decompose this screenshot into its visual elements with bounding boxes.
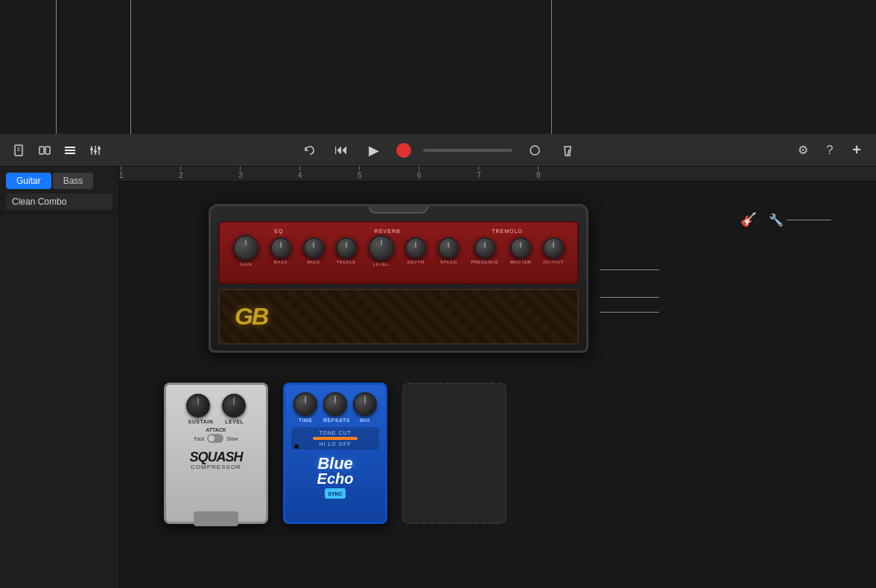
mids-label: MIDS (307, 260, 320, 264)
treble-knob[interactable] (336, 237, 357, 258)
preset-selector[interactable]: Clean Combo (6, 194, 112, 210)
tremolo-section-label: TREMOLO (492, 229, 523, 234)
svg-rect-13 (98, 147, 101, 150)
rewind-button[interactable]: ⏮ (331, 140, 352, 161)
amp-head[interactable]: EQ REVERB TREMOLO GAIN BASS (209, 204, 588, 353)
amp-head-area[interactable]: EQ REVERB TREMOLO GAIN BASS (209, 204, 596, 353)
svg-rect-11 (90, 148, 93, 150)
mix-knob[interactable] (353, 392, 377, 416)
speed-knob[interactable] (438, 237, 459, 258)
blue-echo-pedal[interactable]: Time Repeats Mix TONE CUT HI LO OFF Blue… (283, 383, 387, 524)
gain-label: GAIN (240, 262, 253, 266)
bass-tab[interactable]: Bass (53, 173, 94, 189)
level-label-squash: LEVEL (225, 419, 244, 424)
mixer-icon[interactable] (85, 140, 106, 161)
mids-knob-group[interactable]: MIDS (303, 237, 324, 264)
document-icon[interactable] (9, 140, 30, 161)
hi-lo-off-label: HI LO OFF (297, 441, 373, 447)
loop-icon[interactable] (524, 140, 545, 161)
attack-label: ATTACK (194, 427, 238, 432)
presence-label: PRESENCE (471, 260, 498, 264)
play-button[interactable]: ▶ (364, 140, 384, 161)
attack-toggle[interactable] (207, 434, 223, 443)
tuner-line (787, 220, 831, 220)
presence-knob[interactable] (475, 237, 495, 258)
amp-callout-line-3 (600, 312, 659, 313)
level-knob[interactable] (369, 235, 394, 261)
master-knob[interactable] (510, 237, 531, 258)
amp-handle (369, 204, 428, 214)
empty-pedal-slot[interactable] (402, 383, 507, 524)
tuner-area: 🎸 🔧 (740, 211, 831, 228)
svg-point-14 (530, 146, 539, 155)
tone-cut-section: TONE CUT HI LO OFF (291, 427, 379, 450)
level-knob-group[interactable]: LEVEL (369, 235, 394, 266)
svg-rect-3 (39, 147, 44, 154)
track-header: Guitar Bass Clean Combo (0, 167, 118, 214)
eq-section-label: EQ (274, 229, 283, 234)
squash-subtitle: COMPRESSOR (189, 464, 242, 470)
output-label: OUTPUT (543, 260, 564, 264)
attack-section: ATTACK Fast Slow (194, 427, 238, 443)
metronome-icon[interactable] (557, 140, 578, 161)
depth-label: DEPTH (407, 260, 425, 264)
depth-knob[interactable] (405, 237, 426, 258)
undo-icon[interactable] (298, 140, 319, 161)
ruler-mark-4: 4 (298, 166, 302, 179)
split-view-icon[interactable] (34, 140, 55, 161)
output-knob-group[interactable]: OUTPUT (543, 237, 564, 264)
main-content: EQ REVERB TREMOLO GAIN BASS (119, 182, 876, 588)
reverb-section-label: REVERB (375, 229, 401, 234)
squash-compressor-pedal[interactable]: SUSTAIN LEVEL ATTACK Fast Slow SQUASH CO… (164, 383, 268, 524)
sustain-label: SUSTAIN (188, 419, 214, 424)
ruler-mark-7: 7 (477, 166, 481, 179)
echo-dot (294, 444, 299, 449)
pitch-icon[interactable]: 🔧 (769, 213, 784, 227)
level-label: LEVEL (373, 262, 389, 266)
playback-progress (423, 149, 512, 152)
instrument-tabs: Guitar Bass (6, 173, 112, 189)
guitar-tab[interactable]: Guitar (6, 173, 51, 189)
mids-knob[interactable] (303, 237, 324, 258)
mix-label: Mix (353, 418, 377, 423)
ruler-mark-8: 8 (536, 166, 541, 179)
gain-knob-group[interactable]: GAIN (233, 235, 258, 266)
tone-cut-slider[interactable] (313, 437, 358, 440)
echo-name-line1: Blue (317, 456, 354, 472)
master-knob-group[interactable]: MASTER (510, 237, 531, 264)
left-panel: Guitar Bass Clean Combo (0, 167, 119, 588)
amp-controls-panel: EQ REVERB TREMOLO GAIN BASS (218, 221, 579, 284)
tuner-icon[interactable]: 🎸 (740, 211, 757, 228)
bass-knob[interactable] (270, 237, 291, 258)
toolbar: ⏮ ▶ ⚙ ? + (0, 134, 876, 167)
sustain-knob[interactable] (186, 394, 210, 418)
amp-callout-line-1 (600, 269, 659, 270)
ruler-mark-5: 5 (358, 166, 362, 179)
bass-knob-group[interactable]: BASS (270, 237, 291, 264)
speed-knob-group[interactable]: SPEED (438, 237, 459, 264)
depth-knob-group[interactable]: DEPTH (405, 237, 426, 264)
time-knob[interactable] (293, 392, 317, 416)
fast-label: Fast (194, 436, 205, 441)
master-label: MASTER (510, 260, 531, 264)
settings-icon[interactable]: ⚙ (793, 140, 813, 161)
slow-label: Slow (226, 436, 238, 441)
treble-label: TREBLE (336, 260, 355, 264)
transport-controls: ⏮ ▶ (298, 140, 578, 161)
level-knob-squash[interactable] (222, 394, 246, 418)
echo-knobs (293, 392, 377, 416)
bass-label: BASS (274, 260, 288, 264)
presence-knob-group[interactable]: PRESENCE (471, 237, 498, 264)
svg-rect-4 (45, 147, 50, 154)
tracks-icon[interactable] (60, 140, 80, 161)
treble-knob-group[interactable]: TREBLE (336, 237, 357, 264)
output-knob[interactable] (543, 237, 564, 258)
ruler-mark-1: 1 (119, 166, 124, 179)
sync-button[interactable]: Sync (325, 488, 346, 499)
squash-footswitch[interactable] (194, 511, 238, 526)
gain-knob[interactable] (233, 235, 258, 261)
record-button[interactable] (396, 143, 411, 158)
add-track-button[interactable]: + (846, 140, 867, 161)
help-icon[interactable]: ? (819, 140, 840, 161)
repeats-knob[interactable] (323, 392, 347, 416)
